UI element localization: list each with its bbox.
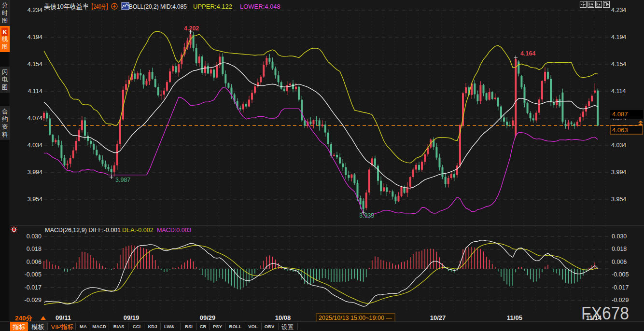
- svg-text:时: 时: [2, 10, 8, 16]
- svg-text:电: 电: [2, 76, 8, 83]
- svg-text:-0.029: -0.029: [612, 297, 629, 303]
- svg-text:合: 合: [1, 108, 8, 115]
- svg-text:OBV: OBV: [265, 324, 275, 329]
- svg-text:UPPER:4.122: UPPER:4.122: [193, 3, 232, 10]
- svg-text:0.030: 0.030: [612, 233, 627, 240]
- svg-text:4.063: 4.063: [612, 126, 628, 134]
- svg-text:09/29: 09/29: [200, 314, 216, 321]
- svg-text:MACD:0.003: MACD:0.003: [157, 227, 192, 234]
- svg-text:美债10年收益率: 美债10年收益率: [44, 3, 89, 10]
- svg-text:图: 图: [2, 43, 8, 50]
- svg-text:4.154: 4.154: [28, 61, 42, 68]
- svg-text:4.234: 4.234: [611, 7, 626, 14]
- svg-text:LW&: LW&: [164, 324, 174, 329]
- svg-text:09/11: 09/11: [56, 314, 71, 321]
- svg-text:-0.005: -0.005: [25, 271, 42, 278]
- svg-text:CCI: CCI: [133, 324, 140, 329]
- svg-text:0.018: 0.018: [27, 246, 42, 252]
- svg-text:4.164: 4.164: [520, 50, 535, 57]
- svg-text:线: 线: [2, 36, 8, 42]
- svg-text:图: 图: [2, 17, 8, 24]
- svg-text:模板: 模板: [31, 323, 44, 331]
- svg-text:【240分】: 【240分】: [89, 3, 111, 10]
- svg-text:4.114: 4.114: [611, 88, 626, 95]
- svg-text:分: 分: [2, 2, 8, 9]
- svg-text:10/08: 10/08: [275, 314, 291, 321]
- svg-text:3.954: 3.954: [611, 196, 626, 203]
- svg-text:闪: 闪: [2, 69, 8, 75]
- svg-text:料: 料: [2, 131, 8, 138]
- svg-text:DEA:-0.002: DEA:-0.002: [122, 227, 154, 234]
- svg-text:3.994: 3.994: [28, 169, 42, 176]
- svg-text:4.154: 4.154: [611, 61, 626, 68]
- svg-text:4.194: 4.194: [611, 34, 626, 41]
- svg-text:-0.029: -0.029: [25, 297, 42, 303]
- svg-text:CR: CR: [200, 324, 207, 329]
- svg-text:BOLL: BOLL: [229, 324, 242, 329]
- svg-text:4.087: 4.087: [612, 110, 628, 118]
- svg-text:约: 约: [2, 116, 8, 123]
- svg-text:10/27: 10/27: [430, 314, 446, 321]
- svg-text:VIP指标: VIP指标: [51, 323, 74, 331]
- svg-text:4.234: 4.234: [28, 7, 42, 14]
- svg-text:LOWER:4.048: LOWER:4.048: [240, 3, 280, 10]
- svg-text:0.006: 0.006: [612, 259, 627, 265]
- svg-text:240分: 240分: [15, 315, 33, 322]
- svg-text:3.954: 3.954: [28, 196, 42, 203]
- svg-text:PSY: PSY: [213, 324, 223, 329]
- svg-text:3.994: 3.994: [611, 169, 626, 176]
- svg-text:2025/10/13 15:00~19:00 —: 2025/10/13 15:00~19:00 —: [319, 315, 392, 321]
- svg-text:BOLL(20,2) MID:4.085: BOLL(20,2) MID:4.085: [129, 3, 187, 10]
- svg-text:0.030: 0.030: [27, 233, 42, 240]
- svg-text:4.074: 4.074: [28, 115, 42, 122]
- svg-text:KDJ: KDJ: [148, 324, 157, 329]
- svg-text:VOL: VOL: [248, 324, 258, 329]
- svg-text:-0.017: -0.017: [612, 284, 629, 291]
- svg-text:3.935: 3.935: [359, 212, 374, 219]
- svg-text:图: 图: [2, 84, 8, 91]
- svg-text:3.987: 3.987: [115, 177, 130, 183]
- svg-text:11/05: 11/05: [507, 314, 522, 321]
- svg-text:09/19: 09/19: [124, 314, 140, 321]
- svg-text:MACD(26,12,9) DIFF:-0.001: MACD(26,12,9) DIFF:-0.001: [45, 227, 121, 234]
- svg-text:MACD: MACD: [92, 324, 106, 329]
- svg-text:指标: 指标: [13, 323, 26, 331]
- svg-text:设置: 设置: [281, 324, 294, 331]
- svg-text:4.202: 4.202: [184, 25, 199, 32]
- svg-text:RSI: RSI: [185, 324, 193, 329]
- svg-text:4.114: 4.114: [28, 88, 42, 95]
- svg-text:0.006: 0.006: [27, 259, 42, 265]
- svg-text:FX678: FX678: [581, 303, 629, 323]
- svg-text:0.018: 0.018: [612, 246, 627, 252]
- svg-text:资: 资: [2, 124, 8, 130]
- svg-text:MA: MA: [80, 324, 87, 329]
- svg-text:-0.017: -0.017: [25, 284, 42, 291]
- svg-text:4.194: 4.194: [28, 34, 42, 41]
- svg-text:4.034: 4.034: [611, 142, 626, 149]
- svg-text:BIAS: BIAS: [113, 324, 125, 329]
- svg-text:K: K: [2, 29, 7, 36]
- svg-text:-0.005: -0.005: [612, 271, 629, 278]
- svg-text:4.034: 4.034: [28, 142, 42, 149]
